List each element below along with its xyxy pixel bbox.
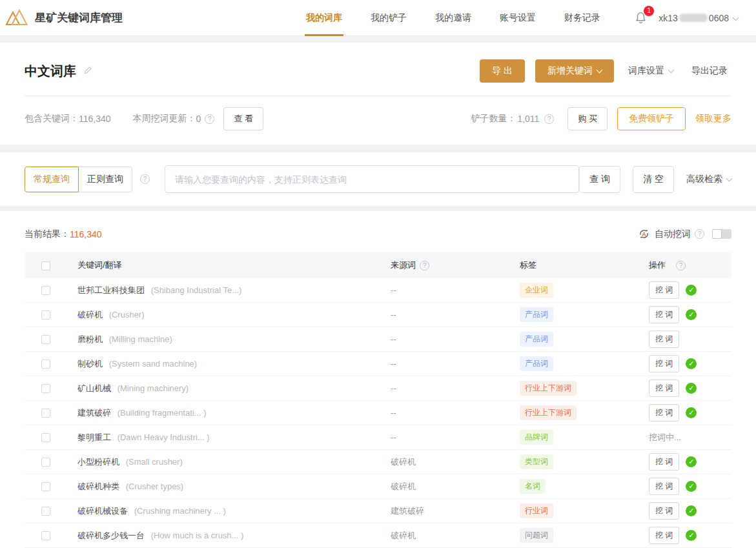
select-all-checkbox[interactable] <box>41 261 50 270</box>
nav-item-account-settings[interactable]: 账号设置 <box>485 0 550 36</box>
library-settings-button[interactable]: 词库设置 <box>624 65 677 77</box>
row-checkbox[interactable] <box>41 335 50 344</box>
auto-dig-control: A 自动挖词 ? <box>638 228 731 240</box>
dig-word-button[interactable]: 挖 词 <box>649 380 679 397</box>
keyword-text: 黎明重工 <box>77 432 111 442</box>
column-header-keyword: 关键词/翻译 <box>77 259 391 271</box>
advanced-search-link[interactable]: 高级检索 <box>686 174 731 185</box>
chevron-down-icon <box>597 67 603 74</box>
nav-item-my-library[interactable]: 我的词库 <box>292 0 356 36</box>
nav-item-my-shovels[interactable]: 我的铲子 <box>356 0 421 36</box>
source-word: 破碎机 <box>391 456 520 468</box>
table-row: 破碎机种类 (Crusher types) 破碎机 名词 挖 词 ✓ <box>25 474 731 499</box>
dig-word-button[interactable]: 挖 词 <box>649 502 679 520</box>
keyword-text: 破碎机多少钱一台 <box>77 531 145 540</box>
claim-more-link[interactable]: 领取更多 <box>695 113 731 125</box>
check-success-icon: ✓ <box>686 358 697 369</box>
keyword-translation: (Crushing machinery ... ) <box>134 506 226 516</box>
app-title: 星矿关键词库管理 <box>35 10 123 25</box>
auto-dig-icon: A <box>638 228 650 240</box>
query-button-label: 查 询 <box>589 174 610 184</box>
export-history-button[interactable]: 导出记录 <box>688 65 731 77</box>
table-row: 制砂机 (System sand machine) -- 产品词 挖 词 ✓ <box>25 352 731 376</box>
row-checkbox[interactable] <box>41 507 50 516</box>
navbar-right: 1 xk13 0608 <box>634 10 738 26</box>
toggle-knob <box>712 229 722 239</box>
buy-button-label: 购 买 <box>578 114 597 123</box>
current-results-value: 116,340 <box>70 229 102 239</box>
search-input[interactable] <box>165 165 579 193</box>
shovel-count-value: 1,011 <box>517 114 539 124</box>
row-checkbox[interactable] <box>41 531 50 540</box>
keyword-text: 小型粉碎机 <box>77 457 119 467</box>
top-navbar: 星矿关键词库管理 我的词库 我的铲子 我的邀请 账号设置 财务记录 1 xk13… <box>0 0 756 36</box>
export-button[interactable]: 导 出 <box>480 59 525 83</box>
row-checkbox[interactable] <box>41 409 50 418</box>
table-header: 关键词/翻译 来源词 ? 标签 操作 ? <box>25 252 731 278</box>
table-body: 世邦工业科技集团 (Shibang Industrial Te...) -- 企… <box>25 278 731 548</box>
tag-badge: 行业上下游词 <box>520 405 577 420</box>
source-header-label: 来源词 <box>391 259 416 271</box>
keyword-text: 矿山机械 <box>77 383 111 393</box>
app-logo-icon <box>5 8 28 28</box>
keyword-text: 制砂机 <box>77 359 103 369</box>
auto-dig-toggle[interactable] <box>712 229 731 239</box>
view-button[interactable]: 查 看 <box>223 107 263 130</box>
weekly-update-label: 本周挖词更新： <box>133 113 196 125</box>
username-suffix: 0608 <box>709 13 729 23</box>
check-success-icon: ✓ <box>686 285 697 296</box>
keyword-count-label: 包含关键词： <box>25 113 79 125</box>
row-checkbox[interactable] <box>41 360 50 369</box>
row-checkbox[interactable] <box>41 384 50 393</box>
dig-word-button[interactable]: 挖 词 <box>649 478 679 495</box>
weekly-update-value: 0 <box>196 114 201 124</box>
buy-button[interactable]: 购 买 <box>567 107 608 130</box>
tab-regular-query[interactable]: 常规查询 <box>25 167 79 192</box>
stats-row: 包含关键词： 116,340 本周挖词更新： 0 ? 查 看 铲子数量： 1,0… <box>25 96 731 145</box>
keyword-translation: (Crusher types) <box>126 482 184 491</box>
tag-badge: 问题词 <box>520 528 553 543</box>
query-button[interactable]: 查 询 <box>579 166 620 193</box>
user-menu[interactable]: xk13 0608 <box>659 13 738 23</box>
notification-bell[interactable]: 1 <box>634 10 648 26</box>
help-icon[interactable]: ? <box>420 261 429 270</box>
help-icon[interactable]: ? <box>140 174 150 184</box>
query-mode-segment: 常规查询 正则查询 <box>25 167 132 192</box>
clear-button-label: 清 空 <box>643 174 664 184</box>
row-checkbox[interactable] <box>41 458 50 467</box>
column-header-source: 来源词 ? <box>391 259 520 271</box>
dig-word-button[interactable]: 挖 词 <box>649 453 679 471</box>
keyword-translation: (Milling machine) <box>109 334 172 344</box>
keyword-translation: (Shibang Industrial Te...) <box>151 285 242 295</box>
nav-item-finance-records[interactable]: 财务记录 <box>550 0 615 36</box>
dig-word-button[interactable]: 挖 词 <box>649 355 679 372</box>
edit-title-icon[interactable] <box>83 65 93 77</box>
help-icon[interactable]: ? <box>676 261 686 270</box>
clear-button[interactable]: 清 空 <box>633 166 674 193</box>
row-checkbox[interactable] <box>41 433 50 442</box>
row-checkbox[interactable] <box>41 286 50 295</box>
help-icon[interactable]: ? <box>695 229 704 239</box>
nav-item-my-invites[interactable]: 我的邀请 <box>421 0 485 36</box>
free-shovel-button[interactable]: 免费领铲子 <box>617 107 686 130</box>
row-checkbox[interactable] <box>41 310 50 320</box>
source-word: -- <box>391 310 520 320</box>
dig-word-button[interactable]: 挖 词 <box>649 281 679 299</box>
dig-word-button[interactable]: 挖 词 <box>649 306 679 323</box>
row-checkbox[interactable] <box>41 482 50 491</box>
export-history-label: 导出记录 <box>691 65 728 76</box>
add-keyword-button[interactable]: 新增关键词 <box>535 59 614 83</box>
dig-word-button[interactable]: 挖 词 <box>649 527 679 544</box>
tag-badge: 名词 <box>520 479 546 494</box>
table-row: 黎明重工 (Dawn Heavy Industri... ) -- 品牌词 挖词… <box>25 425 731 450</box>
keyword-text: 破碎机 <box>77 310 103 320</box>
dig-word-button[interactable]: 挖 词 <box>649 330 679 348</box>
add-keyword-label: 新增关键词 <box>547 65 593 76</box>
help-icon[interactable]: ? <box>205 114 214 124</box>
tab-regex-query[interactable]: 正则查询 <box>78 167 132 192</box>
svg-text:A: A <box>642 231 646 238</box>
dig-word-button[interactable]: 挖 词 <box>649 404 679 421</box>
source-word: 破碎机 <box>391 481 520 492</box>
chevron-down-icon <box>733 15 739 21</box>
help-icon[interactable]: ? <box>544 114 554 124</box>
